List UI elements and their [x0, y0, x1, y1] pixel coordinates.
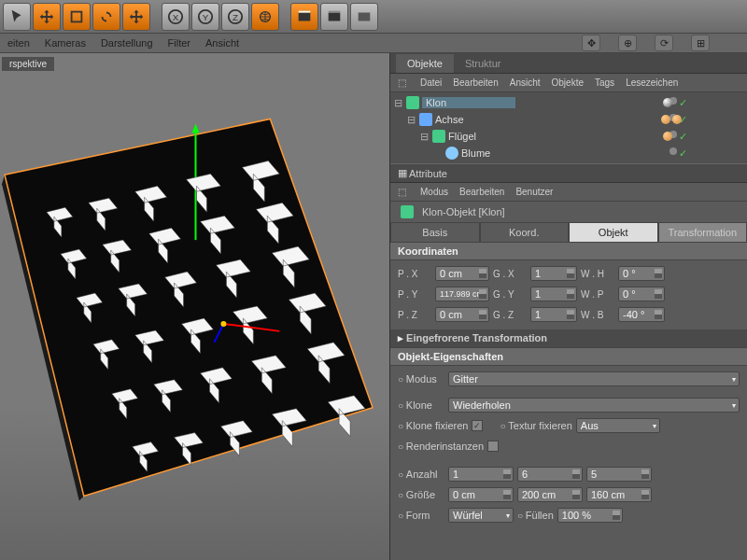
tool-box1[interactable]: [63, 3, 91, 31]
svg-rect-8: [299, 12, 311, 21]
svg-text:X: X: [173, 11, 179, 21]
amenu-benutzer[interactable]: Benutzer: [515, 187, 553, 197]
tab-transformation[interactable]: Transformation: [658, 222, 748, 243]
nav-zoom-icon[interactable]: ⊕: [618, 35, 637, 51]
tool-render3[interactable]: [350, 3, 378, 31]
pmenu-datei[interactable]: Datei: [420, 77, 442, 88]
input-gz[interactable]: 1: [530, 307, 577, 322]
tab-basis[interactable]: Basis: [390, 222, 480, 243]
input-groesse-3[interactable]: 160 cm: [586, 487, 652, 502]
menu-kameras[interactable]: Kameras: [45, 37, 86, 49]
select-form[interactable]: Würfel: [448, 508, 514, 523]
panel-menu: ⬚ Datei Bearbeiten Ansicht Objekte Tags …: [390, 74, 747, 92]
hierarchy-row-blume[interactable]: Blume ✓: [390, 145, 747, 161]
cloner-icon: [406, 96, 419, 109]
nav-pan-icon[interactable]: ✥: [582, 35, 600, 51]
frozen-header[interactable]: ▸ Eingefrorene Transformation: [390, 329, 747, 348]
spline-icon: [445, 147, 458, 160]
input-anzahl-1[interactable]: 1: [448, 467, 514, 482]
tool-z-axis[interactable]: Z: [221, 3, 249, 31]
tool-render2[interactable]: [320, 3, 348, 31]
tool-render1[interactable]: [290, 3, 318, 31]
viewport-menubar: eiten Kameras Darstellung Filter Ansicht…: [0, 34, 747, 53]
attr-tabs: Basis Koord. Objekt Transformation: [390, 222, 747, 243]
input-groesse-1[interactable]: 0 cm: [448, 487, 514, 502]
menu-ansicht[interactable]: Ansicht: [205, 37, 239, 49]
input-fuellen[interactable]: 100 %: [557, 508, 623, 523]
nav-orbit-icon[interactable]: ⟳: [655, 35, 673, 51]
select-klone[interactable]: Wiederholen: [448, 398, 740, 413]
hierarchy-row-klon[interactable]: ⊟ Klon ✓: [390, 94, 747, 111]
svg-rect-0: [72, 11, 82, 21]
viewport-scene: [0, 72, 389, 501]
select-modus[interactable]: Gitter: [448, 371, 740, 386]
menu-eiten[interactable]: eiten: [7, 37, 30, 49]
panel-tabs: Objekte Struktur: [390, 53, 747, 74]
viewport-perspective[interactable]: rspektive: [0, 53, 390, 560]
svg-marker-17: [192, 123, 200, 133]
poly-icon: [432, 130, 445, 143]
pmenu-bearbeiten[interactable]: Bearbeiten: [453, 77, 498, 88]
pmenu-ansicht[interactable]: Ansicht: [510, 77, 541, 88]
svg-text:Y: Y: [203, 11, 209, 21]
tab-struktur[interactable]: Struktur: [454, 54, 513, 73]
select-textur-fix[interactable]: Aus: [576, 418, 660, 433]
input-gx[interactable]: 1: [530, 266, 577, 281]
input-px[interactable]: 0 cm: [435, 266, 489, 281]
input-gy[interactable]: 1: [530, 287, 577, 301]
coords-header: Koordinaten: [390, 243, 747, 260]
tab-koord[interactable]: Koord.: [480, 222, 570, 243]
attr-menu: ⬚ Modus Bearbeiten Benutzer: [390, 183, 747, 202]
input-anzahl-3[interactable]: 5: [586, 467, 652, 482]
viewport-label: rspektive: [2, 57, 54, 71]
attribute-panel: Objekte Struktur ⬚ Datei Bearbeiten Ansi…: [390, 53, 747, 560]
svg-point-20: [220, 321, 226, 327]
tool-target[interactable]: [122, 3, 150, 31]
menu-darstellung[interactable]: Darstellung: [101, 37, 153, 49]
amenu-bearbeiten[interactable]: Bearbeiten: [459, 187, 504, 197]
pmenu-tags[interactable]: Tags: [595, 77, 614, 88]
svg-rect-12: [359, 12, 371, 21]
tool-y-axis[interactable]: Y: [191, 3, 219, 31]
tool-sync[interactable]: [92, 3, 120, 31]
input-wb[interactable]: -40 °: [618, 307, 665, 322]
objprops-header: Objekt-Eigenschaften: [390, 348, 747, 366]
attribute-header: ▦Attribute: [390, 163, 747, 183]
svg-text:Z: Z: [233, 11, 238, 21]
hierarchy-row-fluegel[interactable]: ⊟ Flügel ✓: [390, 128, 747, 145]
nav-grid-icon[interactable]: ⊞: [691, 35, 710, 51]
input-anzahl-2[interactable]: 6: [517, 467, 583, 482]
null-icon: [419, 113, 432, 126]
cloner-icon: [401, 205, 414, 218]
input-py[interactable]: 117.989 cm: [435, 287, 489, 301]
tab-objekte[interactable]: Objekte: [396, 54, 454, 73]
tool-move[interactable]: [33, 3, 61, 31]
input-groesse-2[interactable]: 200 cm: [517, 487, 583, 502]
check-renderinst[interactable]: [487, 441, 499, 452]
input-wh[interactable]: 0 °: [618, 266, 665, 281]
svg-rect-10: [329, 12, 341, 21]
main-toolbar: X Y Z: [0, 0, 747, 34]
tool-cursor[interactable]: [3, 3, 31, 31]
menu-filter[interactable]: Filter: [168, 37, 190, 49]
svg-rect-9: [299, 10, 311, 12]
svg-rect-11: [329, 10, 341, 12]
pmenu-lesezeichen[interactable]: Lesezeichen: [626, 77, 678, 88]
object-title: Klon-Objekt [Klon]: [390, 202, 747, 222]
tool-planet[interactable]: [251, 3, 279, 31]
input-pz[interactable]: 0 cm: [435, 307, 489, 322]
hierarchy-row-achse[interactable]: ⊟ Achse ✓: [390, 111, 747, 128]
pmenu-objekte[interactable]: Objekte: [552, 77, 584, 88]
tab-objekt[interactable]: Objekt: [569, 222, 658, 243]
input-wp[interactable]: 0 °: [618, 287, 665, 301]
object-hierarchy: ⊟ Klon ✓ ⊟ Achse ✓ ⊟ Flügel ✓ Blume ✓: [390, 92, 747, 163]
tool-x-axis[interactable]: X: [162, 3, 190, 31]
check-klone-fix[interactable]: [472, 420, 483, 431]
amenu-modus[interactable]: Modus: [420, 187, 448, 197]
